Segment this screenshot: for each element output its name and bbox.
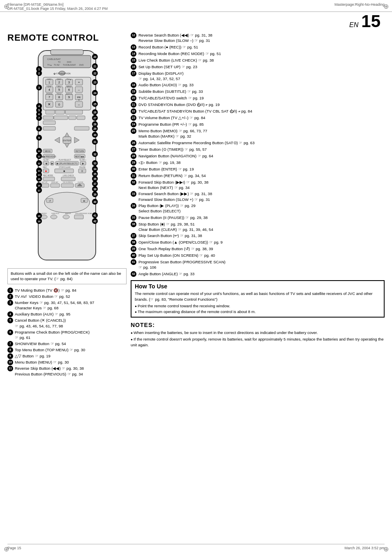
bullet-item: The maximum operating distance of the re… xyxy=(135,309,380,315)
svg-rect-79 xyxy=(69,116,76,120)
svg-text:11: 11 xyxy=(38,155,41,158)
list-item: 39 One Touch Replay Button (↺) ☞ pg. 38,… xyxy=(131,246,385,252)
note-item: If the remote control doesn't work prope… xyxy=(131,336,385,348)
list-item: 12 Reverse Search Button (◀◀) ☞ pg. 31, … xyxy=(131,32,385,44)
list-item: 22 TV/CABLE/SAT STANDBY/ON Button (TV CB… xyxy=(131,108,385,114)
svg-text:STOP/CLEAR: STOP/CLEAR xyxy=(59,166,71,168)
list-item: 32 Forward Skip Button (▶▶I) ☞ pg. 30, 3… xyxy=(131,180,385,191)
svg-text:SUBTITLE: SUBTITLE xyxy=(51,212,59,214)
list-item: 2 TV AV/ VIDEO Button ☞ pg. 52 xyxy=(7,294,127,299)
item-number: 18 xyxy=(131,82,136,88)
item-number: 27 xyxy=(131,147,136,152)
svg-text:18: 18 xyxy=(38,215,41,217)
svg-text:MNO: MNO xyxy=(67,85,71,88)
svg-text:30: 30 xyxy=(93,134,97,136)
svg-text:WXYZ: WXYZ xyxy=(66,93,72,95)
svg-text:SLOW +: SLOW + xyxy=(79,159,87,161)
bookinfo-label: DR-M7SE_01.book Page 15 Friday, March 26… xyxy=(7,7,108,11)
svg-text:–: – xyxy=(78,103,80,106)
item-text: Record Button (● (REC)) ☞ pg. 51 xyxy=(138,44,385,50)
item-text: Pause Button (II (PAUSE)) ☞ pg. 29, 38 xyxy=(138,215,385,220)
item-number: 16 xyxy=(131,64,136,70)
list-item: 14 Recording Mode Button (REC MODE) ☞ pg… xyxy=(131,51,385,57)
item-number: 4 xyxy=(7,311,13,317)
svg-text:PORS: PORS xyxy=(46,93,53,95)
list-item: 40 Play Set Up Button (ON SCREEN) ☞ pg. … xyxy=(131,253,385,258)
item-number: 32 xyxy=(131,180,136,185)
remote-image-area: CABLE/SAT TV DVD TV▲ TV AV TV/CBLS/SAT D… xyxy=(7,46,127,268)
list-item: 20 TV/CABLE/SAT/DVD switch ☞ pg. 19 xyxy=(131,95,385,101)
item-number: 9 xyxy=(7,353,13,359)
svg-text:II: II xyxy=(81,170,83,173)
svg-text:5: 5 xyxy=(58,88,60,91)
svg-text:7: 7 xyxy=(48,96,50,99)
item-text: SHOWVIEW Button ☞ pg. 54 xyxy=(15,341,127,347)
svg-text:9: 9 xyxy=(68,96,70,99)
item-text: Play Set Up Button (ON SCREEN) ☞ pg. 40 xyxy=(138,253,385,258)
remote-control-title: REMOTE CONTROL xyxy=(7,32,127,43)
svg-text:▶ (PLAY/SELECT): ▶ (PLAY/SELECT) xyxy=(57,162,78,165)
svg-rect-149 xyxy=(42,184,49,187)
item-number: 24 xyxy=(131,122,136,127)
svg-text:◀: ◀ xyxy=(45,162,47,165)
svg-text:TV▲: TV▲ xyxy=(67,78,71,81)
masterpage-label: Masterpage:Right-No-Heading xyxy=(334,2,385,7)
svg-text:36: 36 xyxy=(93,177,97,180)
svg-text:DVD: DVD xyxy=(67,61,71,63)
svg-rect-173 xyxy=(63,215,69,219)
svg-text:REC MODE: REC MODE xyxy=(43,175,53,177)
item-text: Reverse Search Button (◀◀) ☞ pg. 31, 38R… xyxy=(138,32,385,44)
list-item: 15 Live Check Button (LIVE CHECK) ☞ pg. … xyxy=(131,58,385,63)
svg-text:PROGRESSIVE SCAN: PROGRESSIVE SCAN xyxy=(75,212,92,214)
svg-text:25: 25 xyxy=(93,103,97,106)
main-content: REMOTE CONTROL CABLE/SAT TV DVD TV▲ TV A… xyxy=(0,30,392,378)
left-numbered-list: 1 TV Muting Button (TV 🔇) ☞ pg. 84 2 TV … xyxy=(7,288,127,377)
item-number: 7 xyxy=(7,341,13,347)
note-box: Buttons with a small dot on the left sid… xyxy=(7,268,127,284)
svg-text:2: 2 xyxy=(38,72,40,75)
list-item: 42 Angle Button (ANGLE) ☞ pg. 33 xyxy=(131,271,385,277)
svg-rect-77 xyxy=(43,116,53,120)
svg-text:8: 8 xyxy=(38,127,40,130)
svg-text:⏻/I STANDBY/ON: ⏻/I STANDBY/ON xyxy=(53,72,71,75)
notes-list: When inserting the batteries, be sure to… xyxy=(131,330,385,348)
list-item: 5 Cancel Button (✕ (CANCEL))☞ pg. 43, 46… xyxy=(7,318,127,329)
svg-text:↺: ↺ xyxy=(49,200,51,202)
item-number: 2 xyxy=(7,294,13,299)
item-text: Cancel Button (✕ (CANCEL))☞ pg. 43, 46, … xyxy=(15,318,127,329)
list-item: 23 TV Volume Button (TV △+/–) ☞ pg. 84 xyxy=(131,115,385,121)
item-text: Audio Button (AUDIO) ☞ pg. 33 xyxy=(138,82,385,88)
header-left: Filename [DR-M7SE_06Name.fm] DR-M7SE_01.… xyxy=(7,2,108,11)
item-text: TV Volume Button (TV △+/–) ☞ pg. 84 xyxy=(138,115,385,120)
list-item: 11 Reverse Skip Button (◀◀) ☞ pg. 30, 38… xyxy=(7,366,127,377)
item-number: 1 xyxy=(7,288,13,293)
svg-text:ANGLE: ANGLE xyxy=(65,212,71,214)
item-text: Subtitle Button (SUBTITLE) ☞ pg. 33 xyxy=(138,89,385,94)
svg-text:DVD: DVD xyxy=(79,64,84,66)
page-header: Filename [DR-M7SE_06Name.fm] DR-M7SE_01.… xyxy=(0,0,392,12)
list-item: 25 Memo Button (MEMO) ☞ pg. 66, 73, 77Ma… xyxy=(131,128,385,139)
svg-text:22: 22 xyxy=(93,72,97,75)
list-item: 37 Skip Search Button (↩) ☞ pg. 31, 38 xyxy=(131,233,385,239)
item-text: Menu Button (MENU) ☞ pg. 30 xyxy=(15,359,127,365)
item-number: 13 xyxy=(131,44,136,50)
list-item: 29 ◁▷ Button ☞ pg. 19, 38 xyxy=(131,160,385,166)
svg-rect-84 xyxy=(43,121,55,124)
svg-text:●: ● xyxy=(45,169,47,173)
list-item: 24 Programme Button (PR +/–) ☞ pg. 85 xyxy=(131,122,385,127)
item-number: 10 xyxy=(7,359,13,365)
svg-text:+: + xyxy=(78,99,80,101)
item-text: TV AV/ VIDEO Button ☞ pg. 52 xyxy=(15,294,127,299)
list-item: 8 Top Menu Button (TOP MENU) ☞ pg. 30 xyxy=(7,347,127,353)
svg-text:6: 6 xyxy=(68,88,70,91)
item-number: 21 xyxy=(131,102,136,108)
svg-text:TV▲: TV▲ xyxy=(47,64,52,66)
item-text: One Touch Replay Button (↺) ☞ pg. 38, 39 xyxy=(138,246,385,251)
svg-text:3: 3 xyxy=(38,86,40,89)
item-number: 14 xyxy=(131,51,136,57)
item-number: 3 xyxy=(7,300,13,306)
svg-text:ABC: ABC xyxy=(47,78,52,81)
svg-text:37: 37 xyxy=(93,182,97,185)
page-footer: Page 15 March 26, 2004 3:52 pm xyxy=(7,544,385,550)
item-text: △▽ Button ☞ pg. 19 xyxy=(15,353,127,359)
